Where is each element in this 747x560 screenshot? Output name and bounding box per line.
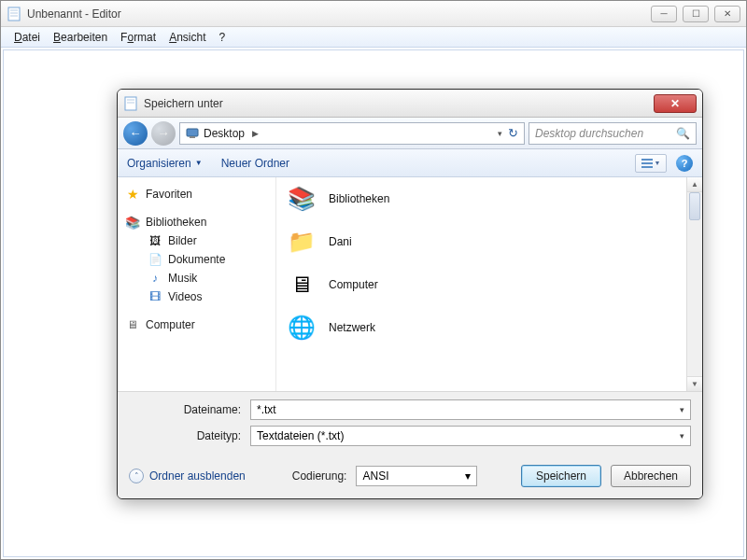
svg-rect-0	[8, 7, 20, 21]
filename-input[interactable]: *.txt ▾	[250, 399, 691, 420]
chevron-down-icon[interactable]: ▾	[680, 405, 684, 414]
cancel-button[interactable]: Abbrechen	[611, 465, 691, 487]
svg-rect-4	[125, 97, 136, 110]
refresh-icon[interactable]: ↻	[508, 126, 518, 140]
back-button[interactable]: ←	[123, 121, 148, 146]
titlebar: Unbenannt - Editor ─ ☐ ✕	[1, 1, 746, 27]
nav-bilder[interactable]: 🖼Bilder	[121, 231, 272, 250]
menu-datei[interactable]: Datei	[8, 29, 46, 46]
file-fields: Dateiname: *.txt ▾ Dateityp: Textdateien…	[118, 392, 702, 455]
libraries-icon: 📚	[125, 215, 140, 230]
forward-button[interactable]: →	[151, 121, 176, 146]
chevron-down-icon[interactable]: ▾	[498, 129, 502, 138]
search-placeholder: Desktop durchsuchen	[535, 127, 643, 140]
nav-computer[interactable]: 🖥Computer	[121, 315, 272, 334]
notepad-icon	[123, 96, 138, 111]
svg-rect-7	[187, 129, 198, 136]
new-folder-button[interactable]: Neuer Ordner	[221, 157, 289, 170]
user-folder-icon: 📁	[286, 226, 317, 258]
music-icon: ♪	[148, 271, 162, 286]
menu-format[interactable]: Format	[115, 29, 162, 46]
search-input[interactable]: Desktop durchsuchen 🔍	[529, 122, 697, 145]
list-item[interactable]: 📁 Dani	[276, 220, 702, 263]
notepad-icon	[7, 7, 21, 21]
view-button[interactable]: ▼	[635, 154, 667, 173]
address-bar[interactable]: Desktop ▶ ▾ ↻	[179, 122, 525, 145]
hide-folders-link[interactable]: ˄ Ordner ausblenden	[129, 469, 246, 483]
videos-icon: 🎞	[148, 289, 162, 304]
svg-rect-9	[641, 159, 653, 161]
menu-ansicht[interactable]: Ansicht	[163, 29, 211, 46]
nav-videos[interactable]: 🎞Videos	[121, 287, 272, 306]
scrollbar-vertical[interactable]: ▲ ▼	[686, 177, 702, 391]
dialog-title: Speichern unter	[144, 97, 654, 110]
network-icon: 🌐	[286, 312, 317, 343]
search-icon: 🔍	[676, 127, 690, 140]
list-item[interactable]: 🌐 Netzwerk	[276, 306, 702, 349]
save-button[interactable]: Speichern	[521, 465, 601, 487]
navigation-pane: ★Favoriten 📚Bibliotheken 🖼Bilder 📄Dokume…	[118, 177, 276, 391]
dialog-body: ★Favoriten 📚Bibliotheken 🖼Bilder 📄Dokume…	[118, 177, 702, 392]
menu-help[interactable]: ?	[214, 29, 232, 46]
scroll-thumb[interactable]	[689, 192, 700, 220]
maximize-button[interactable]: ☐	[683, 6, 709, 22]
star-icon: ★	[125, 187, 140, 202]
filetype-label: Dateityp:	[129, 429, 250, 442]
content-pane[interactable]: 📚 Bibliotheken 📁 Dani 🖥 Computer 🌐 Netzw…	[276, 177, 702, 391]
pictures-icon: 🖼	[148, 233, 162, 248]
computer-icon: 🖥	[125, 317, 140, 332]
menu-bearbeiten[interactable]: Bearbeiten	[48, 29, 113, 46]
svg-rect-11	[641, 166, 653, 168]
chevron-up-icon: ˄	[129, 469, 144, 483]
encoding-label: Codierung:	[292, 469, 347, 483]
dialog-titlebar: Speichern unter ✕	[118, 90, 702, 118]
svg-rect-8	[190, 136, 195, 138]
nav-bar: ← → Desktop ▶ ▾ ↻ Desktop durchsuchen 🔍	[118, 118, 702, 149]
documents-icon: 📄	[148, 252, 162, 267]
dialog-close-button[interactable]: ✕	[654, 94, 697, 113]
help-button[interactable]: ?	[676, 155, 693, 172]
encoding-select[interactable]: ANSI ▾	[356, 466, 477, 486]
window-controls: ─ ☐ ✕	[651, 6, 740, 22]
filetype-select[interactable]: Textdateien (*.txt) ▾	[250, 426, 691, 446]
nav-musik[interactable]: ♪Musik	[121, 269, 272, 287]
scroll-down-button[interactable]: ▼	[687, 376, 702, 391]
list-item[interactable]: 🖥 Computer	[276, 263, 702, 306]
nav-dokumente[interactable]: 📄Dokumente	[121, 250, 272, 269]
list-item[interactable]: 📚 Bibliotheken	[276, 177, 702, 220]
save-as-dialog: Speichern unter ✕ ← → Desktop ▶ ▾ ↻ Desk…	[117, 89, 703, 499]
chevron-down-icon[interactable]: ▾	[465, 469, 471, 483]
computer-icon: 🖥	[286, 269, 317, 301]
chevron-down-icon[interactable]: ▾	[680, 431, 684, 441]
menubar: Datei Bearbeiten Format Ansicht ?	[1, 27, 746, 48]
nav-favorites[interactable]: ★Favoriten	[121, 185, 272, 203]
window-title: Unbenannt - Editor	[27, 7, 651, 21]
desktop-crumb[interactable]: Desktop	[182, 127, 248, 140]
minimize-button[interactable]: ─	[651, 6, 677, 22]
toolbar: Organisieren ▼ Neuer Ordner ▼ ?	[118, 149, 702, 177]
chevron-right-icon[interactable]: ▶	[252, 129, 259, 138]
close-button[interactable]: ✕	[714, 6, 740, 22]
libraries-icon: 📚	[286, 183, 317, 215]
scroll-up-button[interactable]: ▲	[687, 177, 702, 192]
filename-label: Dateiname:	[129, 403, 250, 416]
dialog-footer: ˄ Ordner ausblenden Codierung: ANSI ▾ Sp…	[118, 455, 702, 498]
organize-menu[interactable]: Organisieren ▼	[127, 157, 203, 170]
svg-rect-10	[641, 162, 653, 164]
nav-libraries[interactable]: 📚Bibliotheken	[121, 213, 272, 231]
